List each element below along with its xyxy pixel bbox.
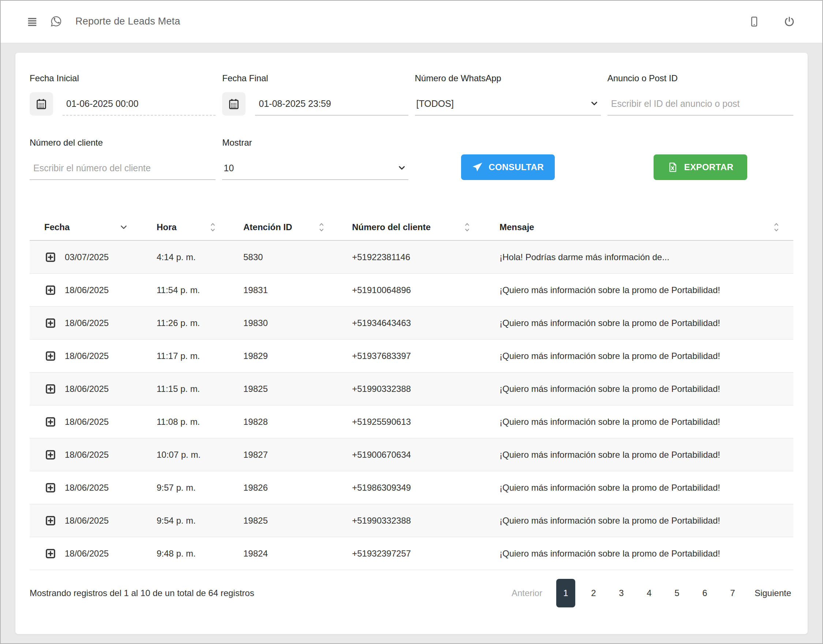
column-label: Atención ID [243, 222, 292, 232]
filters: Fecha Inicial Fecha Final [30, 73, 793, 180]
column-header-numero-cliente[interactable]: Número del cliente [352, 222, 500, 233]
consultar-label: CONSULTAR [489, 162, 544, 172]
row-fecha: 18/06/2025 [65, 417, 109, 427]
mostrar-select[interactable]: 10 [222, 156, 408, 180]
pagination-page-7[interactable]: 7 [723, 579, 742, 607]
row-hora: 10:07 p. m. [156, 450, 243, 460]
row-mensaje: ¡Quiero más información sobre la promo d… [500, 483, 793, 493]
row-fecha: 18/06/2025 [65, 515, 109, 526]
table-row: 18/06/2025 11:17 p. m. 19829 +5193768339… [30, 340, 793, 373]
column-label: Número del cliente [352, 222, 431, 232]
column-header-mensaje[interactable]: Mensaje [500, 222, 793, 233]
sort-icon [464, 222, 470, 233]
pagination-page-5[interactable]: 5 [667, 579, 687, 607]
expand-row-icon[interactable] [45, 449, 56, 460]
numero-whatsapp-select[interactable]: [TODOS] [415, 92, 601, 116]
pagination-previous[interactable]: Anterior [512, 588, 552, 598]
row-mensaje: ¡Hola! Podrías darme más información de.… [500, 252, 793, 262]
row-mensaje: ¡Quiero más información sobre la promo d… [500, 285, 793, 295]
chevron-down-icon [590, 99, 599, 108]
expand-row-icon[interactable] [45, 351, 56, 362]
calendar-icon [35, 98, 48, 110]
send-icon [472, 162, 483, 173]
filter-numero-cliente: Número del cliente [30, 138, 216, 180]
pagination-page-4[interactable]: 4 [640, 579, 659, 607]
expand-row-icon[interactable] [45, 416, 56, 427]
row-atencion-id: 19824 [243, 549, 352, 559]
page-title: Reporte de Leads Meta [75, 16, 180, 27]
mobile-icon[interactable] [748, 16, 760, 28]
expand-row-icon[interactable] [45, 285, 56, 296]
row-numero: +51937683397 [352, 351, 500, 361]
pagination-page-1[interactable]: 1 [556, 579, 575, 607]
row-numero: +51990332388 [352, 515, 500, 526]
row-hora: 4:14 p. m. [156, 252, 243, 262]
mostrar-value: 10 [224, 163, 234, 173]
fecha-inicial-input[interactable] [66, 98, 213, 109]
fecha-final-label: Fecha Final [222, 73, 408, 84]
table-row: 18/06/2025 9:48 p. m. 19824 +51932397257… [30, 537, 793, 570]
row-mensaje: ¡Quiero más información sobre la promo d… [500, 515, 793, 526]
row-fecha: 18/06/2025 [65, 384, 109, 394]
numero-cliente-input[interactable] [33, 163, 213, 173]
column-header-atencion-id[interactable]: Atención ID [243, 222, 352, 233]
row-hora: 11:08 p. m. [156, 417, 243, 427]
row-fecha: 18/06/2025 [65, 351, 109, 361]
row-numero: +51934643463 [352, 318, 500, 328]
table-row: 18/06/2025 11:54 p. m. 19831 +5191006489… [30, 274, 793, 307]
fecha-final-input[interactable] [259, 98, 406, 109]
expand-row-icon[interactable] [45, 515, 56, 526]
anuncio-input[interactable] [611, 98, 791, 109]
anuncio-label: Anuncio o Post ID [607, 73, 793, 84]
consultar-button[interactable]: CONSULTAR [461, 155, 555, 180]
row-fecha: 03/07/2025 [65, 252, 109, 262]
pagination-page-2[interactable]: 2 [584, 579, 603, 607]
numero-whatsapp-label: Número de WhatsApp [415, 73, 601, 84]
row-hora: 11:17 p. m. [156, 351, 243, 361]
row-hora: 9:57 p. m. [156, 483, 243, 493]
exportar-button[interactable]: EXPORTAR [654, 155, 747, 180]
fecha-final-calendar-button[interactable] [222, 92, 245, 116]
row-atencion-id: 19829 [243, 351, 352, 361]
menu-icon[interactable] [27, 16, 38, 27]
row-atencion-id: 19826 [243, 483, 352, 493]
row-fecha: 18/06/2025 [65, 285, 109, 295]
column-label: Mensaje [500, 222, 534, 232]
row-mensaje: ¡Quiero más información sobre la promo d… [500, 549, 793, 559]
exportar-label: EXPORTAR [684, 162, 733, 172]
fecha-inicial-calendar-button[interactable] [30, 92, 53, 116]
table-row: 03/07/2025 4:14 p. m. 5830 +51922381146 … [30, 241, 793, 274]
power-icon[interactable] [783, 16, 795, 28]
column-header-fecha[interactable]: Fecha [30, 222, 156, 232]
row-hora: 9:48 p. m. [156, 549, 243, 559]
pagination-page-6[interactable]: 6 [695, 579, 714, 607]
row-mensaje: ¡Quiero más información sobre la promo d… [500, 450, 793, 460]
row-numero: +51932397257 [352, 549, 500, 559]
sort-icon [210, 222, 216, 233]
row-fecha: 18/06/2025 [65, 318, 109, 328]
row-atencion-id: 19830 [243, 318, 352, 328]
table-header: Fecha Hora Atención ID [30, 215, 793, 241]
expand-row-icon[interactable] [45, 548, 56, 559]
expand-row-icon[interactable] [45, 317, 56, 328]
pagination-pages: 1234567 [552, 579, 746, 607]
row-hora: 9:54 p. m. [156, 515, 243, 526]
row-numero: +51925590613 [352, 417, 500, 427]
mostrar-label: Mostrar [222, 138, 408, 149]
whatsapp-icon [50, 15, 62, 28]
row-atencion-id: 19825 [243, 515, 352, 526]
row-numero: +51910064896 [352, 285, 500, 295]
pagination-page-3[interactable]: 3 [612, 579, 631, 607]
excel-icon [667, 162, 678, 173]
column-header-hora[interactable]: Hora [156, 222, 243, 233]
topbar: Reporte de Leads Meta [0, 0, 823, 43]
records-summary: Mostrando registros del 1 al 10 de un to… [30, 588, 254, 598]
row-hora: 11:54 p. m. [156, 285, 243, 295]
row-atencion-id: 19825 [243, 384, 352, 394]
table-row: 18/06/2025 9:54 p. m. 19825 +51990332388… [30, 504, 793, 537]
pagination-next[interactable]: Siguiente [746, 588, 793, 598]
expand-row-icon[interactable] [45, 482, 56, 493]
expand-row-icon[interactable] [45, 383, 56, 394]
row-atencion-id: 19831 [243, 285, 352, 295]
expand-row-icon[interactable] [45, 252, 56, 263]
